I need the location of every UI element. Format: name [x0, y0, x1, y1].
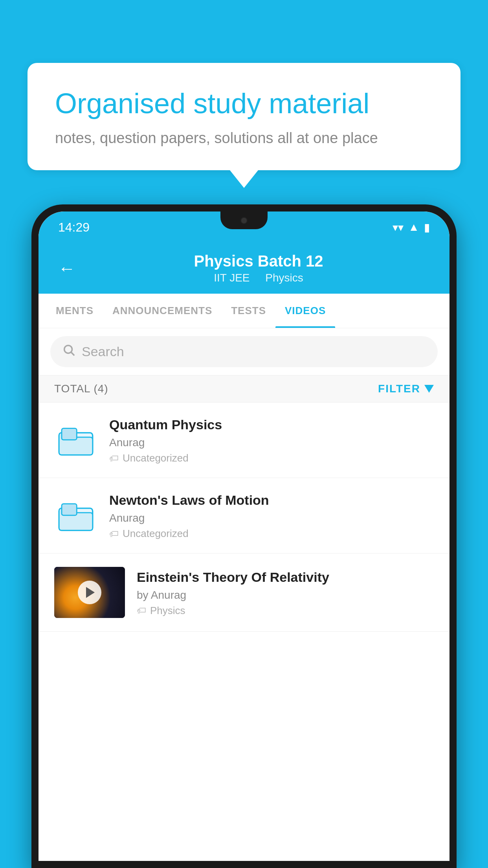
- video-info: Quantum Physics Anurag 🏷 Uncategorized: [109, 416, 434, 464]
- search-placeholder: Search: [82, 344, 124, 359]
- video-tag: 🏷 Uncategorized: [109, 528, 434, 540]
- svg-line-1: [71, 352, 74, 355]
- video-tag: 🏷 Physics: [137, 605, 434, 617]
- subtitle-part2: Physics: [265, 272, 303, 284]
- video-author: by Anurag: [137, 589, 434, 601]
- search-icon: [62, 343, 75, 360]
- status-icons: ▾▾ ▲ ▮: [393, 221, 430, 234]
- video-tag: 🏷 Uncategorized: [109, 452, 434, 464]
- video-title: Einstein's Theory Of Relativity: [137, 568, 434, 586]
- bubble-title: Organised study material: [55, 86, 433, 120]
- tag-icon: 🏷: [137, 605, 146, 616]
- subtitle-part1: IIT JEE: [214, 272, 250, 284]
- camera-dot: [240, 217, 248, 224]
- bubble-subtitle: notes, question papers, solutions all at…: [55, 130, 433, 147]
- search-container: Search: [39, 328, 449, 375]
- video-title: Quantum Physics: [109, 416, 434, 433]
- phone-frame: 14:29 ▾▾ ▲ ▮ ← Physics Batch 12 IIT JEE …: [31, 204, 457, 868]
- filter-label: FILTER: [378, 383, 420, 395]
- tag-icon: 🏷: [109, 528, 119, 539]
- speech-bubble-section: Organised study material notes, question…: [28, 63, 460, 170]
- tag-icon: 🏷: [109, 453, 119, 464]
- tag-label: Uncategorized: [123, 452, 189, 464]
- video-title: Newton's Laws of Motion: [109, 491, 434, 509]
- video-author: Anurag: [109, 436, 434, 449]
- battery-icon: ▮: [424, 221, 430, 234]
- tab-videos[interactable]: VIDEOS: [275, 294, 335, 328]
- back-button[interactable]: ←: [58, 259, 75, 278]
- svg-rect-5: [62, 504, 77, 515]
- header-title-group: Physics Batch 12 IIT JEE Physics: [87, 252, 430, 284]
- header-title: Physics Batch 12: [87, 252, 430, 270]
- folder-icon-container: [54, 494, 97, 537]
- folder-icon: [58, 423, 94, 458]
- speech-bubble: Organised study material notes, question…: [28, 63, 460, 170]
- play-icon: [86, 587, 95, 598]
- svg-rect-3: [62, 428, 77, 440]
- tag-label: Uncategorized: [123, 528, 189, 540]
- video-info: Einstein's Theory Of Relativity by Anura…: [137, 568, 434, 617]
- search-box[interactable]: Search: [50, 336, 438, 367]
- filter-button[interactable]: FILTER: [378, 383, 434, 395]
- folder-icon: [58, 498, 94, 533]
- status-bar: 14:29 ▾▾ ▲ ▮: [39, 211, 449, 243]
- list-item[interactable]: Einstein's Theory Of Relativity by Anura…: [39, 554, 449, 632]
- svg-point-0: [64, 346, 72, 353]
- wifi-icon: ▾▾: [393, 221, 404, 234]
- tabs-bar: MENTS ANNOUNCEMENTS TESTS VIDEOS: [39, 294, 449, 328]
- signal-icon: ▲: [408, 221, 419, 234]
- filter-icon: [424, 385, 434, 393]
- phone-screen: 14:29 ▾▾ ▲ ▮ ← Physics Batch 12 IIT JEE …: [39, 211, 449, 861]
- tab-announcements[interactable]: ANNOUNCEMENTS: [103, 294, 222, 328]
- video-thumbnail: [54, 567, 125, 618]
- total-count: TOTAL (4): [54, 383, 108, 395]
- phone-notch: [220, 211, 268, 229]
- tag-label: Physics: [150, 605, 185, 617]
- status-time: 14:29: [58, 220, 90, 235]
- video-author: Anurag: [109, 512, 434, 524]
- app-header: ← Physics Batch 12 IIT JEE Physics: [39, 243, 449, 294]
- video-list: Quantum Physics Anurag 🏷 Uncategorized: [39, 403, 449, 861]
- tab-ments[interactable]: MENTS: [46, 294, 103, 328]
- play-button[interactable]: [78, 581, 101, 604]
- tab-tests[interactable]: TESTS: [222, 294, 275, 328]
- list-item[interactable]: Newton's Laws of Motion Anurag 🏷 Uncateg…: [39, 478, 449, 554]
- folder-icon-container: [54, 419, 97, 462]
- list-item[interactable]: Quantum Physics Anurag 🏷 Uncategorized: [39, 403, 449, 478]
- header-subtitle: IIT JEE Physics: [87, 272, 430, 284]
- filter-row: TOTAL (4) FILTER: [39, 375, 449, 403]
- video-info: Newton's Laws of Motion Anurag 🏷 Uncateg…: [109, 491, 434, 540]
